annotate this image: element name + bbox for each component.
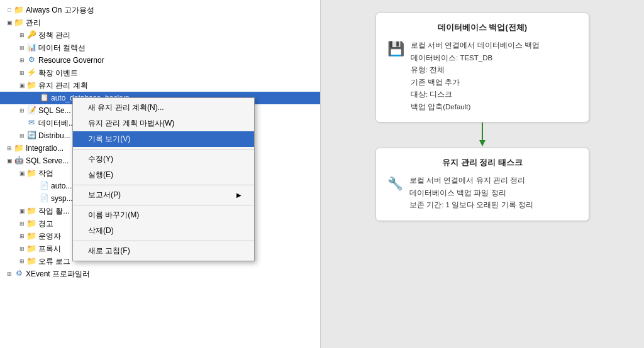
tree-item-datacollect[interactable]: ⊞ 📊 데이터 컬렉션	[0, 41, 320, 54]
arrow-svg	[476, 122, 489, 148]
job-auto-icon: 📄	[39, 181, 49, 191]
flow-card-backup-title: 데이터베이스 백업(전체)	[387, 22, 577, 33]
backup-line-1: 로컬 서버 연결에서 데이터베이스 백업	[411, 40, 540, 52]
expand-operator[interactable]: ⊞	[18, 233, 26, 239]
context-menu: 새 유지 관리 계획(N)... 유지 관리 계획 마법사(W) 기록 보기(V…	[72, 97, 255, 261]
label-always-on: Always On 고가용성	[26, 5, 94, 16]
label-proxy: 프록시	[38, 244, 61, 254]
menu-label-rename: 이름 바꾸기(M)	[88, 210, 139, 220]
expand-jobs[interactable]: ▣	[18, 170, 26, 177]
label-sql-logs: SQL Se...	[38, 106, 71, 115]
label-maint: 유지 관리 계획	[38, 80, 88, 91]
right-panel: 데이터베이스 백업(전체) 💾 로컬 서버 연결에서 데이터베이스 백업 데이터…	[321, 0, 644, 348]
expand-maint[interactable]: ▣	[18, 82, 26, 89]
label-policy: 정책 관리	[38, 30, 70, 41]
expand-events-icon[interactable]: ⊞	[18, 70, 26, 76]
resource-icon: ⚙	[26, 55, 36, 65]
tree-item-policy[interactable]: ⊞ 🔑 정책 관리	[0, 29, 320, 41]
menu-item-rename[interactable]: 이름 바꾸기(M)	[73, 207, 254, 223]
backup-line-5: 대상: 디스크	[411, 89, 540, 101]
sql-logs-icon: 📝	[26, 106, 36, 116]
cleanup-icon: 🔧	[387, 176, 403, 191]
tree-item-expand-events[interactable]: ⊞ ⚡ 확장 이벤트	[0, 67, 320, 79]
expand-job-sysp	[30, 195, 39, 202]
expand-resource[interactable]: ⊞	[18, 57, 26, 63]
menu-separator-1	[73, 149, 254, 150]
flow-card-cleanup: 유지 관리 정리 태스크 🔧 로컬 서버 연결에서 유지 관리 정리 데이터베이…	[375, 148, 589, 221]
menu-label-view-history: 기록 보기(V)	[88, 134, 130, 144]
expand-datacollect[interactable]: ⊞	[18, 45, 26, 51]
expand-proxy[interactable]: ⊞	[18, 246, 26, 252]
label-expand-events: 확장 이벤트	[38, 68, 78, 79]
folder-icon-always-on: 📁	[14, 5, 24, 15]
expand-integration[interactable]: ⊞	[5, 145, 14, 151]
menu-label-report: 보고서(P)	[88, 190, 121, 200]
menu-separator-3	[73, 205, 254, 205]
backup-icon: 💾	[387, 41, 404, 57]
menu-item-report[interactable]: 보고서(P) ▶	[73, 187, 254, 203]
menu-item-delete[interactable]: 삭제(D)	[73, 223, 254, 239]
folder-icon-maint: 📁	[26, 80, 36, 90]
menu-item-view-history[interactable]: 기록 보기(V)	[73, 131, 254, 147]
expand-xevent[interactable]: ⊞	[5, 271, 14, 277]
datacollect-icon: 📊	[26, 43, 36, 53]
backup-line-4: 기존 백업 추가	[411, 77, 540, 89]
expand-job-history[interactable]: ▣	[18, 208, 26, 214]
menu-label-delete: 삭제(D)	[88, 226, 114, 236]
tree-item-maint[interactable]: ▣ 📁 유지 관리 계획	[0, 79, 320, 92]
backup-line-2: 데이터베이스: TEST_DB	[411, 52, 540, 65]
label-error-log: 오류 로그	[38, 256, 70, 267]
menu-item-maint-wizard[interactable]: 유지 관리 계획 마법사(W)	[73, 116, 254, 131]
folder-icon-manage: 📁	[14, 18, 24, 28]
tree-item-manage[interactable]: ▣ 📁 관리	[0, 16, 320, 29]
label-job-auto: auto...	[51, 182, 72, 190]
label-agent: SQL Serve...	[26, 156, 69, 165]
expand-distribute[interactable]: ⊞	[18, 133, 26, 139]
expand-dbmail	[18, 120, 26, 126]
cleanup-line-1: 로컬 서버 연결에서 유지 관리 정리	[409, 175, 533, 187]
label-resource-gov: Resource Governor	[38, 56, 104, 65]
left-tree-panel: □ 📁 Always On 고가용성 ▣ 📁 관리 ⊞ 🔑 정책 관리 ⊞ 📊 …	[0, 0, 321, 348]
expand-events-icon2: ⚡	[26, 68, 36, 78]
tree-item-xevent[interactable]: ⊞ ⚙ XEvent 프로파일러	[0, 268, 320, 280]
expand-sql-logs[interactable]: ⊞	[18, 107, 26, 114]
folder-icon-error-log: 📁	[26, 256, 36, 266]
menu-label-execute: 실행(E)	[88, 170, 113, 180]
cleanup-line-2: 데이터베이스 백업 파일 정리	[409, 187, 533, 200]
tree-item-always-on[interactable]: □ 📁 Always On 고가용성	[0, 4, 320, 16]
label-integration: Integratio...	[26, 144, 64, 153]
flow-card-cleanup-body: 🔧 로컬 서버 연결에서 유지 관리 정리 데이터베이스 백업 파일 정리 보존…	[387, 175, 577, 212]
flow-arrow	[476, 122, 489, 148]
flow-card-backup-body: 💾 로컬 서버 연결에서 데이터베이스 백업 데이터베이스: TEST_DB 유…	[387, 40, 577, 113]
label-job-sysp: sysp...	[51, 194, 73, 203]
job-sysp-icon: 📄	[39, 193, 49, 204]
menu-item-execute[interactable]: 실행(E)	[73, 167, 254, 183]
label-distribute: Distribu...	[38, 131, 70, 140]
policy-icon: 🔑	[26, 30, 36, 40]
label-dbmail: 데이터베...	[38, 118, 75, 129]
menu-label-maint-wizard: 유지 관리 계획 마법사(W)	[88, 118, 174, 129]
menu-item-new-maint[interactable]: 새 유지 관리 계획(N)...	[73, 100, 254, 116]
menu-item-refresh[interactable]: 새로 고침(F)	[73, 243, 254, 259]
svg-marker-1	[479, 140, 486, 146]
folder-icon-jobs: 📁	[26, 168, 36, 178]
label-alert: 경고	[38, 219, 53, 229]
label-manage: 관리	[26, 18, 41, 28]
expand-error-log[interactable]: ⊞	[18, 258, 26, 264]
backup-line-3: 유형: 전체	[411, 64, 540, 77]
expand-manage[interactable]: ▣	[5, 19, 14, 26]
flow-card-backup: 데이터베이스 백업(전체) 💾 로컬 서버 연결에서 데이터베이스 백업 데이터…	[375, 13, 589, 122]
tree-item-resource-gov[interactable]: ⊞ ⚙ Resource Governor	[0, 54, 320, 67]
expand-always-on[interactable]: □	[5, 7, 14, 13]
expand-agent[interactable]: ▣	[5, 158, 14, 164]
menu-label-refresh: 새로 고침(F)	[88, 246, 130, 256]
expand-policy[interactable]: ⊞	[18, 32, 26, 38]
flow-card-backup-text: 로컬 서버 연결에서 데이터베이스 백업 데이터베이스: TEST_DB 유형:…	[411, 40, 540, 113]
flow-card-cleanup-text: 로컬 서버 연결에서 유지 관리 정리 데이터베이스 백업 파일 정리 보존 기…	[409, 175, 533, 212]
agent-icon: 🤖	[14, 156, 24, 166]
menu-item-modify[interactable]: 수정(Y)	[73, 151, 254, 167]
backup-line-6: 백업 압축(Default)	[411, 101, 540, 114]
folder-icon-alert: 📁	[26, 219, 36, 229]
submenu-arrow-report: ▶	[236, 192, 242, 198]
expand-alert[interactable]: ⊞	[18, 220, 26, 227]
